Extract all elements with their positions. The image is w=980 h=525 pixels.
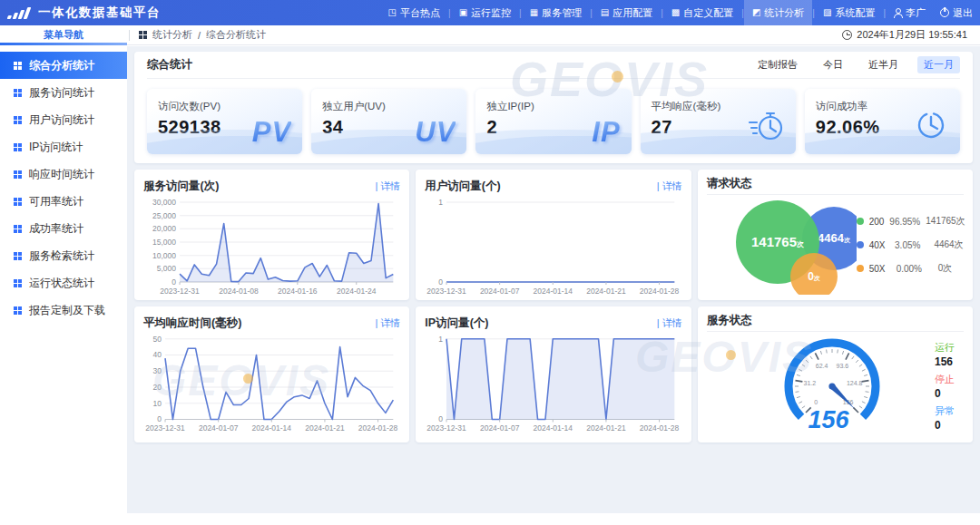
nav-item-stats-analysis[interactable]: ◩统计分析	[744, 0, 812, 25]
sidebar-item-5[interactable]: 响应时间统计	[0, 160, 127, 188]
filter-one-month[interactable]: 近一月	[917, 56, 960, 73]
menu-nav-tab[interactable]: 菜单导航	[0, 25, 127, 44]
stat-card-stopwatch: 平均响应(毫秒)27	[641, 89, 796, 154]
nav-item-app-config[interactable]: ▤应用配置	[593, 0, 661, 25]
sidebar-menu: 综合分析统计服务访问统计用户访问统计IP访问统计响应时间统计可用率统计成功率统计…	[0, 46, 127, 525]
service-status-legend-item: 停止0	[935, 373, 955, 400]
ip-visits-chart: 012023-12-312024-01-072024-01-142024-01-…	[425, 332, 681, 433]
breadcrumb-page: 综合分析统计	[206, 28, 266, 42]
panel-title: 服务访问量(次)	[143, 179, 219, 194]
panel-service-status: 服务状态 031.262.493.6124.8156156 运行156停止0异常…	[698, 306, 973, 442]
svg-text:40: 40	[153, 351, 162, 360]
divider	[129, 30, 130, 41]
app-config-icon: ▤	[601, 8, 609, 17]
logout-button[interactable]: 退出	[933, 0, 980, 25]
user-menu[interactable]: 李广	[886, 0, 933, 25]
filter-half-month[interactable]: 近半月	[862, 56, 905, 73]
logout-label: 退出	[953, 6, 973, 20]
user-name: 李广	[906, 6, 926, 20]
user-visits-chart: 012023-12-312024-01-072024-01-142024-01-…	[425, 195, 681, 297]
sidebar-item-6[interactable]: 可用率统计	[0, 188, 127, 215]
nav-item-run-monitor[interactable]: ▣运行监控	[451, 0, 519, 25]
sidebar-item-1[interactable]: 综合分析统计	[0, 52, 127, 79]
filter-custom-report[interactable]: 定制报告	[751, 56, 804, 73]
stopwatch-icon	[747, 107, 785, 147]
nav-item-label: 运行监控	[471, 6, 511, 20]
sidebar-item-4[interactable]: IP访问统计	[0, 133, 127, 160]
grid-icon	[14, 306, 22, 315]
legend-count: 0次	[938, 262, 953, 275]
svg-text:2024-01-21: 2024-01-21	[587, 423, 627, 433]
avg-response-detail-link[interactable]: | 详情	[375, 316, 400, 330]
legend-percent: 0.00%	[897, 264, 933, 274]
service-status-legend: 运行156停止0异常0	[935, 341, 955, 432]
grid-icon	[14, 143, 22, 151]
breadcrumb-separator: /	[198, 30, 201, 41]
datetime-display: 2024年1月29日 19:55:41	[842, 28, 980, 42]
svg-text:2024-01-28: 2024-01-28	[640, 423, 680, 433]
svg-text:156: 156	[808, 406, 849, 433]
service-status-label: 异常	[935, 404, 955, 418]
sub-header-bar: 菜单导航 统计分析 / 综合分析统计 2024年1月29日 19:55:41	[0, 25, 980, 45]
grid-icon	[14, 225, 22, 233]
request-legend-row: 50X0.00%0次	[857, 262, 964, 275]
request-status-bubble-chart: 4464次141765次0次	[707, 195, 857, 295]
svg-text:0: 0	[172, 277, 176, 287]
service-status-label: 运行	[935, 341, 955, 355]
nav-item-system-config[interactable]: ▨系统配置	[815, 0, 883, 25]
sidebar-item-10[interactable]: 报告定制及下载	[0, 297, 127, 324]
user-visits-detail-link[interactable]: | 详情	[657, 180, 682, 193]
nav-item-platform-hotspot[interactable]: ◳平台热点	[380, 0, 448, 25]
service-manage-icon: ▦	[530, 8, 538, 17]
filter-today[interactable]: 今日	[817, 56, 849, 73]
panel-title: 服务状态	[707, 313, 752, 328]
overview-title: 综合统计	[147, 57, 192, 73]
legend-code: 50X	[869, 264, 891, 274]
svg-text:20: 20	[153, 383, 162, 392]
service-status-value: 156	[935, 355, 955, 368]
sidebar-item-label: 报告定制及下载	[29, 303, 105, 318]
datetime-text: 2024年1月29日 19:55:41	[857, 28, 967, 42]
service-status-legend-item: 异常0	[935, 404, 955, 432]
sidebar-item-3[interactable]: 用户访问统计	[0, 106, 127, 133]
panel-ip-visits: IP访问量(个) | 详情 012023-12-312024-01-072024…	[416, 306, 691, 442]
nav-item-custom-config[interactable]: ▩自定义配置	[663, 0, 741, 25]
grid-icon	[14, 116, 22, 124]
sidebar-item-8[interactable]: 服务检索统计	[0, 242, 127, 269]
grid-icon	[14, 62, 22, 70]
legend-count: 4464次	[934, 238, 963, 251]
nav-item-label: 应用配置	[612, 6, 652, 20]
top-header-bar: 一体化数据基础平台 ◳平台热点|▣运行监控|▦服务管理|▤应用配置|▩自定义配置…	[0, 0, 980, 25]
sidebar-item-label: 综合分析统计	[29, 58, 94, 73]
nav-item-service-manage[interactable]: ▦服务管理	[522, 0, 590, 25]
power-icon	[940, 8, 949, 17]
legend-dot-icon	[857, 218, 864, 225]
main-content: 综合统计 定制报告今日近半月近一月 访问次数(PV)529138PV独立用户(U…	[127, 46, 980, 513]
ip-visits-detail-link[interactable]: | 详情	[657, 316, 682, 330]
sidebar-item-7[interactable]: 成功率统计	[0, 215, 127, 242]
legend-count: 141765次	[926, 215, 965, 228]
sidebar-item-9[interactable]: 运行状态统计	[0, 269, 127, 297]
grid-icon	[14, 89, 22, 97]
request-legend-row: 20096.95%141765次	[857, 215, 964, 228]
service-visits-detail-link[interactable]: | 详情	[375, 180, 400, 193]
grid-icon	[14, 279, 22, 287]
service-status-value: 0	[935, 387, 955, 400]
sidebar-item-2[interactable]: 服务访问统计	[0, 79, 127, 106]
stat-badge-ip: IP	[592, 116, 620, 149]
svg-text:2024-01-28: 2024-01-28	[640, 287, 680, 296]
svg-text:0: 0	[439, 277, 444, 287]
service-status-label: 停止	[935, 373, 955, 386]
svg-text:141765次: 141765次	[751, 234, 804, 249]
svg-text:20,000: 20,000	[152, 224, 176, 233]
sidebar-item-label: 成功率统计	[29, 221, 83, 237]
breadcrumb-section[interactable]: 统计分析	[152, 28, 192, 42]
panel-title: 用户访问量(个)	[425, 179, 500, 194]
panel-title: 请求状态	[707, 176, 752, 191]
stat-card-label: 访问次数(PV)	[158, 100, 291, 113]
request-status-legend: 20096.95%141765次40X3.05%4464次50X0.00%0次	[857, 215, 964, 275]
svg-text:2023-12-31: 2023-12-31	[427, 423, 467, 433]
svg-text:31.2: 31.2	[803, 380, 816, 386]
svg-text:2024-01-16: 2024-01-16	[278, 287, 318, 296]
grid-icon	[14, 198, 22, 206]
